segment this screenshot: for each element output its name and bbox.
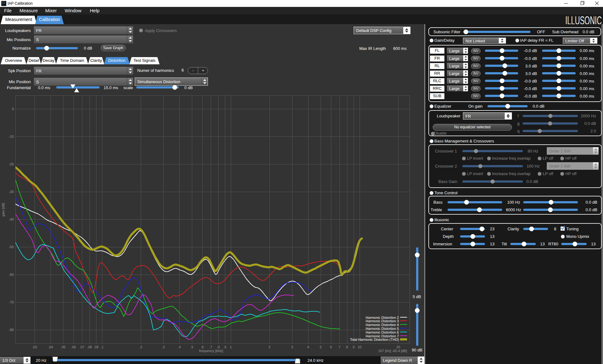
svg-text:ILLU: ILLU — [2, 1, 5, 3]
